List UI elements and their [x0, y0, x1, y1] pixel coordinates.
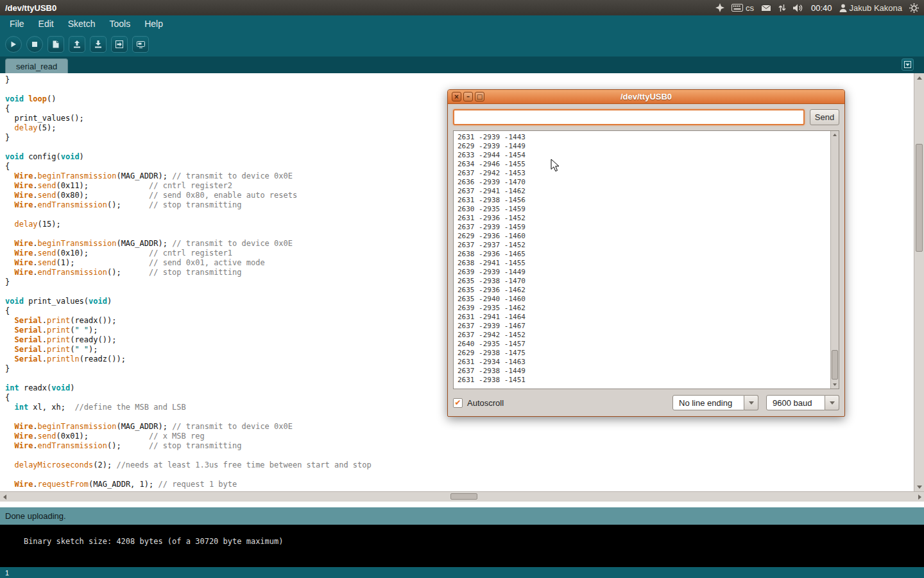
- arrow-up-icon: [833, 134, 837, 136]
- serial-output-line: 2631 -2936 -1452: [458, 214, 835, 223]
- baud-rate-dropdown[interactable]: 9600 baud: [766, 395, 839, 410]
- baud-rate-dropdown-button[interactable]: [825, 395, 839, 410]
- serial-monitor-titlebar[interactable]: × – □ /dev/ttyUSB0: [448, 90, 844, 104]
- user-menu[interactable]: Jakub Kakona: [839, 3, 902, 13]
- editor-horizontal-scrollbar[interactable]: [0, 491, 924, 502]
- menu-item[interactable]: Help: [137, 16, 170, 31]
- dropdown-arrow-icon: [830, 401, 835, 405]
- volume-icon[interactable]: [793, 4, 804, 12]
- serial-output-line: 2629 -2936 -1460: [458, 232, 835, 241]
- serial-output-line: 2638 -2941 -1455: [458, 259, 835, 268]
- indicator-star-icon[interactable]: [715, 3, 724, 12]
- serial-monitor-window: × – □ /dev/ttyUSB0 Send 2631 -2939 -1443…: [447, 89, 845, 417]
- serial-monitor-body: Send 2631 -2939 -14432629 -2939 -1449263…: [448, 104, 844, 416]
- save-icon: [94, 40, 102, 48]
- vertical-scrollbar-handle[interactable]: [916, 144, 923, 252]
- serial-scroll-up-button[interactable]: [831, 131, 839, 139]
- close-icon: ×: [454, 93, 459, 100]
- code-line: delayMicroseconds(2); //needs at least 1…: [5, 460, 914, 470]
- code-line: Wire.beginTransmission(MAG_ADDR); // tra…: [5, 422, 914, 432]
- code-line: Wire.requestFrom(MAG_ADDR, 1); // reques…: [5, 480, 914, 489]
- scroll-left-button[interactable]: [0, 492, 9, 502]
- new-sketch-button[interactable]: [47, 36, 64, 53]
- keyboard-layout-label: cs: [746, 3, 754, 13]
- serial-input[interactable]: [453, 109, 805, 125]
- open-icon: [73, 40, 81, 48]
- minimize-button[interactable]: –: [463, 92, 473, 101]
- arrow-left-icon: [3, 495, 6, 500]
- code-line: [5, 451, 914, 460]
- verify-icon: [10, 41, 17, 48]
- save-button[interactable]: [90, 36, 107, 53]
- serial-output-line: 2633 -2944 -1454: [458, 151, 835, 160]
- menu-bar: FileEditSketchToolsHelp: [0, 15, 924, 32]
- serial-output-line: 2637 -2939 -1459: [458, 223, 835, 232]
- gear-icon[interactable]: [909, 3, 919, 13]
- stop-icon: [32, 42, 37, 47]
- serial-output-lines: 2631 -2939 -14432629 -2939 -14492633 -29…: [454, 131, 839, 387]
- open-button[interactable]: [69, 36, 85, 53]
- serial-output-line: 2631 -2938 -1451: [458, 376, 835, 385]
- menu-item[interactable]: Tools: [103, 16, 138, 31]
- tab-strip: serial_read: [0, 57, 924, 73]
- serial-monitor-controls: ✔ Autoscroll No line ending 9600 baud: [453, 394, 839, 411]
- serial-output-line: 2631 -2934 -1463: [458, 358, 835, 367]
- tab-menu-icon: [904, 61, 911, 68]
- serial-output-line: 2637 -2939 -1467: [458, 322, 835, 331]
- keyboard-layout-indicator[interactable]: cs: [732, 3, 754, 13]
- serial-output-scrollbar[interactable]: [830, 131, 839, 389]
- scroll-right-button[interactable]: [915, 492, 924, 502]
- serial-output-line: 2635 -2940 -1460: [458, 295, 835, 304]
- keyboard-icon: [732, 4, 743, 12]
- serial-output-line: 2631 -2938 -1456: [458, 196, 835, 205]
- arrow-down-icon: [917, 486, 922, 489]
- toolbar: [0, 32, 924, 57]
- serial-monitor-icon: [137, 41, 145, 48]
- autoscroll-checkbox[interactable]: ✔: [453, 398, 463, 408]
- console-output: Binary sketch size: 4208 bytes (of a 307…: [0, 525, 924, 567]
- top-panel: /dev/ttyUSB0 cs 00:40 Jakub Kakona: [0, 0, 924, 15]
- console-message: Binary sketch size: 4208 bytes (of a 307…: [24, 537, 284, 546]
- serial-output-line: 2635 -2936 -1462: [458, 286, 835, 295]
- scroll-up-button[interactable]: [914, 73, 924, 82]
- close-button[interactable]: ×: [452, 92, 461, 101]
- checkmark-icon: ✔: [454, 398, 461, 407]
- serial-output-line: 2640 -2935 -1457: [458, 340, 835, 349]
- tab-serial-read[interactable]: serial_read: [5, 58, 68, 73]
- baud-rate-value: 9600 baud: [766, 395, 825, 410]
- line-ending-dropdown[interactable]: No line ending: [672, 395, 758, 410]
- serial-output-area: 2631 -2939 -14432629 -2939 -14492633 -29…: [453, 130, 839, 389]
- code-line: }: [5, 75, 914, 85]
- sync-arrows-icon[interactable]: [778, 4, 786, 12]
- upload-button[interactable]: [111, 36, 128, 53]
- code-line: Wire.send(0x01); // x MSB reg: [5, 432, 914, 441]
- tab-menu-button[interactable]: [902, 58, 914, 71]
- menu-item[interactable]: Edit: [31, 16, 61, 31]
- code-line: Wire.endTransmission(); // stop transmit…: [5, 441, 914, 451]
- serial-scroll-down-button[interactable]: [831, 381, 839, 389]
- scroll-down-button[interactable]: [914, 482, 924, 491]
- serial-output-line: 2637 -2942 -1452: [458, 331, 835, 340]
- horizontal-scrollbar-handle[interactable]: [450, 493, 477, 500]
- serial-output-line: 2629 -2938 -1475: [458, 349, 835, 358]
- menu-item[interactable]: Sketch: [61, 16, 103, 31]
- mail-icon[interactable]: [761, 4, 771, 12]
- verify-button[interactable]: [5, 36, 22, 53]
- serial-output-line: 2631 -2941 -1464: [458, 313, 835, 322]
- clock[interactable]: 00:40: [811, 3, 832, 13]
- menu-item[interactable]: File: [3, 16, 31, 31]
- send-button[interactable]: Send: [810, 109, 839, 125]
- serial-monitor-button[interactable]: [132, 36, 149, 53]
- serial-scrollbar-handle[interactable]: [832, 350, 838, 380]
- maximize-icon: □: [477, 93, 483, 100]
- minimize-icon: –: [466, 93, 470, 100]
- line-ending-dropdown-button[interactable]: [744, 395, 758, 410]
- upload-icon: [116, 40, 123, 48]
- stop-button[interactable]: [26, 36, 43, 53]
- system-tray: cs 00:40 Jakub Kakona: [715, 0, 919, 15]
- editor-vertical-scrollbar[interactable]: [914, 73, 924, 491]
- maximize-button[interactable]: □: [475, 92, 484, 101]
- serial-output-line: 2638 -2936 -1465: [458, 250, 835, 259]
- window-controls: × – □: [452, 92, 484, 101]
- editor-status-gap: [0, 502, 924, 507]
